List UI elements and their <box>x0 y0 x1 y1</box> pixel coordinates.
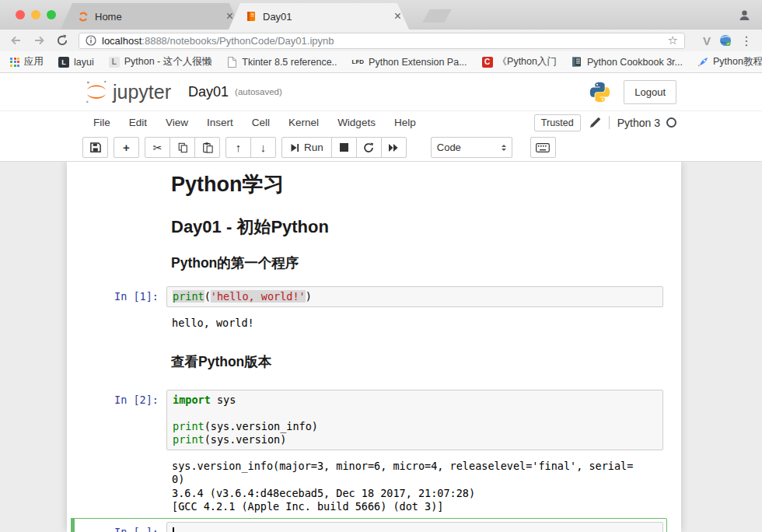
close-tab-icon[interactable]: × <box>226 10 233 23</box>
bookmark-label: Python教程 <box>713 55 762 68</box>
code-token-print: print <box>173 433 204 446</box>
menu-kernel[interactable]: Kernel <box>279 117 328 128</box>
jupyter-logo-icon[interactable] <box>82 78 110 106</box>
code-token-import: import <box>173 394 211 406</box>
menu-widgets[interactable]: Widgets <box>328 117 385 128</box>
output-line: sys.version_info(major=3, minor=6, micro… <box>172 460 667 474</box>
profile-icon[interactable] <box>738 9 751 22</box>
markdown-cell-title[interactable]: Python学习 <box>171 173 667 197</box>
bookmark-label: layui <box>74 57 94 68</box>
url-path: :8888/notebooks/PythonCode/Day01.ipynb <box>142 35 334 47</box>
menu-cell[interactable]: Cell <box>243 117 279 128</box>
close-tab-icon[interactable]: × <box>394 10 401 23</box>
stop-icon <box>340 143 348 152</box>
bookmark-python-tutorial[interactable]: Python教程 <box>697 55 762 68</box>
restart-icon <box>363 142 374 153</box>
python-logo-icon <box>589 81 611 103</box>
menu-view[interactable]: View <box>156 117 197 128</box>
menu-edit[interactable]: Edit <box>120 117 156 128</box>
cut-cell-button[interactable]: ✂ <box>145 137 170 158</box>
code-token-print: print <box>173 290 204 303</box>
cell-type-select[interactable]: Code <box>431 137 512 158</box>
markdown-cell-first-program[interactable]: Python的第一个程序 <box>171 255 667 271</box>
tab-home[interactable]: Home × <box>61 3 241 30</box>
cell-type-value: Code <box>437 142 461 153</box>
letter-l-icon: L <box>109 57 120 68</box>
copy-cell-button[interactable] <box>170 137 195 158</box>
code-input-3[interactable] <box>166 522 663 532</box>
tab-strip: Home × Day01 × <box>0 0 762 30</box>
menu-file[interactable]: File <box>84 117 120 128</box>
add-cell-button[interactable]: + <box>114 137 139 158</box>
tab-home-label: Home <box>95 11 122 23</box>
keyboard-icon <box>536 143 550 152</box>
url-text: localhost:8888/notebooks/PythonCode/Day0… <box>102 35 334 47</box>
bookmark-tkinter[interactable]: Tkinter 8.5 reference.. <box>226 57 337 68</box>
restart-run-all-button[interactable] <box>381 137 407 158</box>
bookmark-label: 《Python入门 <box>498 55 557 68</box>
url-box[interactable]: localhost:8888/notebooks/PythonCode/Day0… <box>79 33 685 49</box>
tab-day01[interactable]: Day01 × <box>229 3 409 30</box>
interrupt-kernel-button[interactable] <box>331 137 357 158</box>
input-prompt: In [1]: <box>75 286 166 307</box>
back-icon[interactable] <box>9 34 23 47</box>
code-token-paren: ) <box>306 290 312 303</box>
markdown-cell-day01[interactable]: Day01 - 初始Python <box>171 217 667 236</box>
menu-insert[interactable]: Insert <box>197 117 243 128</box>
pencil-icon <box>589 117 601 128</box>
logout-button[interactable]: Logout <box>624 80 676 104</box>
select-arrows-icon <box>502 142 506 153</box>
browser-window: Home × Day01 × localhost:88 <box>0 0 762 532</box>
move-cell-down-button[interactable]: ↓ <box>250 137 276 158</box>
notebook-toolbar: + ✂ ↑ ↓ Run <box>0 134 762 162</box>
zoom-window-button[interactable] <box>47 10 56 19</box>
bookmark-apps[interactable]: 应用 <box>10 55 44 68</box>
run-cell-button[interactable]: Run <box>281 137 332 158</box>
code-token-print: print <box>173 420 204 432</box>
book-icon <box>572 57 582 68</box>
bookmark-python-blog[interactable]: L Python - 这个人很懒 <box>109 55 212 68</box>
page-info-icon[interactable] <box>86 35 96 46</box>
trusted-badge[interactable]: Trusted <box>534 114 581 131</box>
bookmark-python-intro[interactable]: C 《Python入门 <box>482 55 557 68</box>
autosave-status: (autosaved) <box>235 87 282 96</box>
text-cursor <box>173 527 174 532</box>
output-area-1: hello, world! <box>71 317 667 331</box>
code-input-1[interactable]: print('hello, world!') <box>166 286 663 307</box>
code-input-2[interactable]: import sys print(sys.version_info) print… <box>166 390 663 450</box>
bookmark-label: Tkinter 8.5 reference.. <box>242 57 337 68</box>
notebook-scroll-area[interactable]: Python学习 Day01 - 初始Python Python的第一个程序 I… <box>0 162 762 532</box>
lfd-icon: LFD <box>352 57 365 68</box>
notebook-title[interactable]: Day01 <box>188 84 229 100</box>
code-token-paren: ( <box>204 290 211 303</box>
new-tab-button[interactable] <box>422 9 452 23</box>
move-cell-up-button[interactable]: ↑ <box>225 137 251 158</box>
minimize-window-button[interactable] <box>31 10 40 19</box>
restart-kernel-button[interactable] <box>356 137 382 158</box>
bookmark-label: Python Cookbook 3r... <box>587 57 683 68</box>
code-token-string: 'hello, world!' <box>211 290 306 303</box>
code-cell-3-selected: In [ ]: <box>71 518 667 532</box>
v-extension-icon[interactable]: V <box>703 34 711 47</box>
bookmark-layui[interactable]: L layui <box>58 57 94 68</box>
paste-cell-button[interactable] <box>194 137 220 158</box>
bookmark-python-cookbook[interactable]: Python Cookbook 3r... <box>572 57 683 68</box>
notebook-container: Python学习 Day01 - 初始Python Python的第一个程序 I… <box>67 162 681 532</box>
browser-menu-icon[interactable]: ⋮ <box>740 33 753 48</box>
jupyter-logo-text[interactable]: jupyter <box>113 81 171 103</box>
markdown-cell-check-version[interactable]: 查看Python版本 <box>171 354 667 369</box>
traffic-lights <box>16 10 56 19</box>
bookmark-python-extension[interactable]: LFD Python Extension Pa... <box>352 57 467 68</box>
bookmark-star-icon[interactable]: ☆ <box>668 33 678 47</box>
menu-help[interactable]: Help <box>385 117 425 128</box>
output-line: 3.6.4 (v3.6.4:d48ecebad5, Dec 18 2017, 2… <box>172 487 667 501</box>
tab-day01-label: Day01 <box>263 11 292 23</box>
forward-icon[interactable] <box>33 34 46 47</box>
command-palette-button[interactable] <box>530 137 556 158</box>
globe-extension-icon[interactable] <box>719 34 732 47</box>
csdn-icon: C <box>482 57 493 68</box>
close-window-button[interactable] <box>16 10 25 19</box>
save-button[interactable] <box>82 137 108 158</box>
input-prompt: In [ ]: <box>75 522 166 532</box>
reload-icon[interactable] <box>56 34 68 47</box>
